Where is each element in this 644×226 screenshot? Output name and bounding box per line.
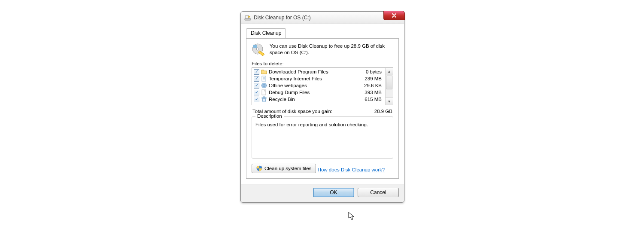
- files-listbox[interactable]: ✓Downloaded Program Files0 bytes✓Tempora…: [252, 67, 393, 105]
- client-area: Disk Cleanup You can use Disk Cleanup to…: [241, 24, 404, 184]
- file-size: 615 MB: [357, 97, 383, 102]
- cleanup-system-files-label: Clean up system files: [264, 166, 311, 171]
- file-row[interactable]: ✓Recycle Bin615 MB: [252, 96, 385, 103]
- svg-rect-5: [262, 76, 266, 81]
- intro-text: You can use Disk Cleanup to free up 28.9…: [270, 43, 393, 57]
- recycle-icon: [261, 96, 267, 102]
- file-checkbox[interactable]: ✓: [254, 76, 259, 82]
- close-button[interactable]: [383, 11, 405, 20]
- file-size: 393 MB: [357, 90, 383, 95]
- cleanup-system-files-button[interactable]: Clean up system files: [252, 164, 316, 173]
- folder-icon: [261, 69, 267, 75]
- window-title: Disk Cleanup for OS (C:): [254, 15, 311, 21]
- file-name: Offline webpages: [269, 83, 355, 88]
- cancel-button[interactable]: Cancel: [358, 188, 399, 197]
- svg-rect-0: [245, 18, 251, 20]
- intro: You can use Disk Cleanup to free up 28.9…: [252, 43, 393, 57]
- file-checkbox[interactable]: ✓: [254, 90, 259, 95]
- total-value: 28.9 GB: [374, 109, 392, 114]
- file-size: 0 bytes: [357, 69, 383, 74]
- file-checkbox[interactable]: ✓: [254, 69, 259, 75]
- scroll-thumb[interactable]: [386, 76, 392, 89]
- file-name: Debug Dump Files: [269, 90, 355, 95]
- svg-rect-1: [246, 15, 249, 18]
- disk-cleanup-window: Disk Cleanup for OS (C:) Disk Cleanup: [240, 11, 404, 203]
- files-to-delete-label: Files to delete:: [252, 61, 393, 66]
- file-checkbox[interactable]: ✓: [254, 97, 259, 102]
- dialog-footer: OK Cancel: [241, 184, 404, 202]
- disk-cleanup-icon: [252, 43, 265, 57]
- description-legend: Description: [255, 113, 284, 119]
- file-row[interactable]: ✓Debug Dump Files393 MB: [252, 89, 385, 96]
- description-groupbox: Description Files used for error reporti…: [252, 116, 393, 159]
- scroll-up-button[interactable]: ▲: [386, 68, 393, 75]
- titlebar[interactable]: Disk Cleanup for OS (C:): [241, 12, 404, 24]
- app-icon: [244, 14, 251, 21]
- description-text: Files used for error reporting and solut…: [255, 122, 389, 127]
- file-row[interactable]: ✓Temporary Internet Files239 MB: [252, 75, 385, 82]
- svg-rect-12: [263, 97, 265, 98]
- globe-icon: [261, 82, 267, 89]
- cursor-icon: [348, 211, 356, 222]
- file-name: Downloaded Program Files: [269, 69, 355, 74]
- tab-disk-cleanup[interactable]: Disk Cleanup: [246, 28, 286, 38]
- scroll-track[interactable]: [386, 75, 393, 98]
- file-row[interactable]: ✓Offline webpages29.6 KB: [252, 82, 385, 89]
- file-icon: [261, 89, 267, 95]
- file-checkbox[interactable]: ✓: [254, 83, 259, 89]
- file-name: Recycle Bin: [269, 97, 355, 102]
- ok-button[interactable]: OK: [313, 188, 354, 197]
- doc-icon: [261, 76, 267, 82]
- shield-icon: [256, 165, 262, 171]
- file-size: 29.6 KB: [357, 83, 383, 88]
- scrollbar[interactable]: ▲ ▼: [385, 68, 393, 105]
- tab-panel: You can use Disk Cleanup to free up 28.9…: [246, 38, 399, 179]
- file-row[interactable]: ✓Downloaded Program Files0 bytes: [252, 68, 385, 75]
- file-size: 239 MB: [357, 76, 383, 81]
- scroll-down-button[interactable]: ▼: [386, 98, 393, 105]
- help-link[interactable]: How does Disk Cleanup work?: [318, 167, 385, 172]
- file-name: Temporary Internet Files: [269, 76, 355, 81]
- tabstrip: Disk Cleanup: [246, 28, 399, 39]
- svg-rect-4: [253, 45, 257, 48]
